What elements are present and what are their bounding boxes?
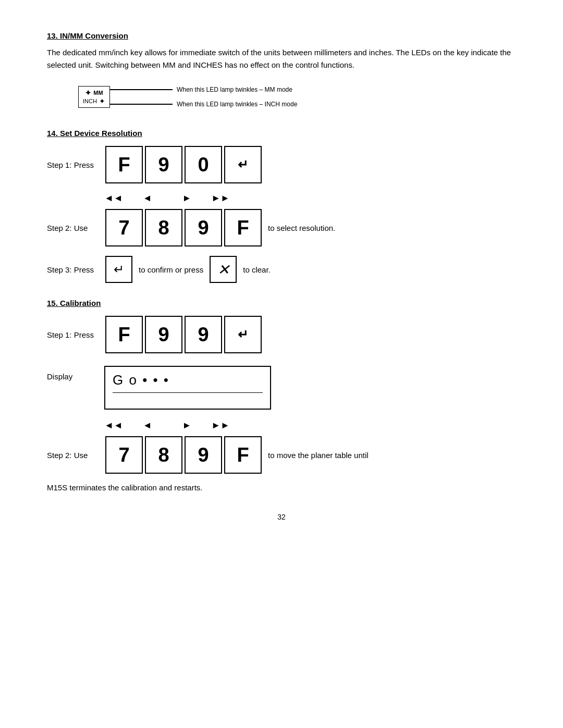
key-9-1: 9	[145, 146, 182, 183]
arrows-1: ◄◄ ◄ ► ►►	[104, 193, 516, 204]
led-inch-line: When this LED lamp twinkles – INCH mode	[110, 98, 297, 110]
mm-inch-diagram: ✦ MM INCH ✦ When this LED lamp twinkles …	[78, 84, 516, 110]
display-content: G o • • •	[113, 372, 263, 393]
key-9-4: 9	[185, 316, 222, 353]
cal-step2-keys: 7 8 9 F	[104, 436, 263, 474]
step2-row: Step 2: Use 7 8 9 F to select resolution…	[47, 209, 516, 246]
key-7-2: 7	[105, 436, 143, 474]
display-bottom-area	[113, 395, 263, 403]
key-0-1: 0	[185, 146, 222, 183]
section-13: 13. IN/MM Conversion The dedicated mm/in…	[47, 31, 516, 110]
step3-row: Step 3: Press ↵ to confirm or press ✕ to…	[47, 256, 516, 283]
key-9-2: 9	[185, 209, 222, 246]
cal-step2-suffix: to move the planer table until	[268, 451, 369, 460]
step1-label: Step 1: Press	[47, 161, 104, 169]
key-F-1: F	[105, 146, 143, 183]
key-9-3: 9	[145, 316, 182, 353]
page-number: 32	[47, 513, 516, 521]
step3-label: Step 3: Press	[47, 265, 104, 274]
key-enter-1: ↵	[224, 146, 262, 183]
cal-step1-row: Step 1: Press F 9 9 ↵	[47, 316, 516, 353]
key-F-2: F	[224, 209, 262, 246]
section-14-title: 14. Set Device Resolution	[47, 129, 516, 138]
mm-inch-key: ✦ MM INCH ✦	[78, 86, 110, 108]
arrow-dbl-left-1: ◄◄	[104, 193, 123, 204]
led-inch-bar	[110, 104, 173, 105]
step3-suffix: to clear.	[243, 265, 271, 274]
key-enter-2: ↵	[105, 256, 132, 283]
clear-icon: ✕	[217, 261, 229, 278]
step1-row: Step 1: Press F 9 0 ↵	[47, 146, 516, 183]
step2-label: Step 2: Use	[47, 224, 104, 232]
enter-icon-3: ↵	[238, 327, 248, 342]
arrow-left-1: ◄	[143, 193, 152, 204]
display-box: G o • • •	[104, 366, 271, 410]
led-lines: When this LED lamp twinkles – MM mode Wh…	[110, 84, 297, 110]
mm-label: MM	[93, 90, 103, 96]
key-clear: ✕	[210, 256, 237, 283]
sun-icon-inch: ✦	[99, 97, 105, 105]
section-15-title: 15. Calibration	[47, 299, 516, 307]
led-mm-bar	[110, 89, 173, 90]
key-9-5: 9	[185, 436, 222, 474]
led-mm-label: When this LED lamp twinkles – MM mode	[177, 86, 292, 93]
step3-mid: to confirm or press	[139, 265, 203, 274]
sun-icon-mm: ✦	[85, 89, 91, 97]
key-F-4: F	[224, 436, 262, 474]
arrow-dbl-right-1: ►►	[211, 193, 230, 204]
led-mm-line: When this LED lamp twinkles – MM mode	[110, 84, 297, 95]
key-7-1: 7	[105, 209, 143, 246]
cal-step1-label: Step 1: Press	[47, 330, 104, 339]
inch-label: INCH	[83, 98, 97, 104]
cal-step2-label: Step 2: Use	[47, 451, 104, 460]
section-13-title: 13. IN/MM Conversion	[47, 31, 516, 40]
cal-step2-row: Step 2: Use 7 8 9 F to move the planer t…	[47, 436, 516, 474]
display-label: Display	[47, 363, 104, 381]
inch-row: INCH ✦	[83, 97, 105, 105]
step2-keys: 7 8 9 F	[104, 209, 263, 246]
key-8-1: 8	[145, 209, 182, 246]
arrow-dbl-right-2: ►►	[211, 420, 230, 431]
key-8-2: 8	[145, 436, 182, 474]
enter-icon-2: ↵	[114, 262, 124, 277]
arrow-right-1: ►	[182, 193, 191, 204]
arrow-left-2: ◄	[143, 420, 152, 431]
arrow-right-2: ►	[182, 420, 191, 431]
enter-icon-1: ↵	[238, 157, 248, 172]
display-row: Display G o • • •	[47, 363, 516, 413]
mm-row: ✦ MM	[85, 89, 103, 97]
section-15: 15. Calibration Step 1: Press F 9 9 ↵ Di…	[47, 299, 516, 492]
key-enter-3: ↵	[224, 316, 262, 353]
key-F-3: F	[105, 316, 143, 353]
cal-step1-keys: F 9 9 ↵	[104, 316, 263, 353]
section-14: 14. Set Device Resolution Step 1: Press …	[47, 129, 516, 283]
step1-keys: F 9 0 ↵	[104, 146, 263, 183]
led-inch-label: When this LED lamp twinkles – INCH mode	[177, 101, 297, 108]
step2-suffix: to select resolution.	[268, 224, 335, 232]
section-13-body: The dedicated mm/inch key allows for imm…	[47, 46, 516, 71]
bottom-text: M15S terminates the calibration and rest…	[47, 483, 516, 492]
arrow-dbl-left-2: ◄◄	[104, 420, 123, 431]
arrows-2: ◄◄ ◄ ► ►►	[104, 420, 516, 431]
